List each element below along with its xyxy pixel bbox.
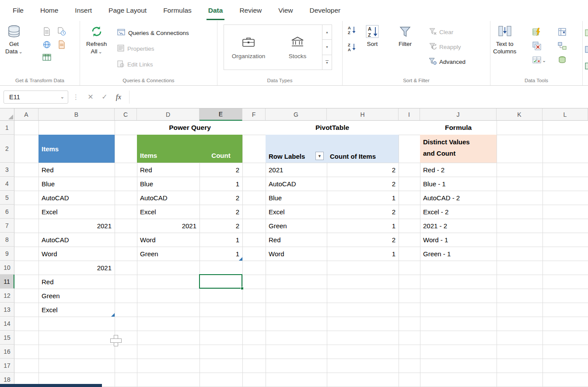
- cell-J2[interactable]: Distinct Values and Count: [420, 135, 497, 163]
- cell-D8[interactable]: Word: [137, 233, 200, 247]
- cell-H5[interactable]: 1: [327, 191, 399, 205]
- cell-E5[interactable]: 2: [200, 191, 242, 205]
- gallery-scroll-down-button[interactable]: ▼: [322, 40, 332, 55]
- row-labels-filter-dropdown[interactable]: ▼: [315, 152, 324, 160]
- row-header-7[interactable]: 7: [0, 219, 14, 233]
- tab-data[interactable]: Data: [200, 0, 231, 21]
- select-all-corner[interactable]: [0, 108, 14, 121]
- cell-E2[interactable]: Count: [200, 135, 242, 163]
- text-to-columns-button[interactable]: Text to Columns: [493, 23, 516, 55]
- column-header-K[interactable]: K: [497, 108, 542, 121]
- cell-B8[interactable]: AutoCAD: [38, 233, 115, 247]
- tab-review[interactable]: Review: [231, 0, 270, 21]
- cell-G8[interactable]: Red: [266, 233, 327, 247]
- filter-button[interactable]: Filter: [399, 23, 412, 48]
- cell-J8[interactable]: Word - 1: [420, 233, 497, 247]
- cell-D1[interactable]: Power Query: [137, 121, 243, 135]
- row-header-2[interactable]: 2: [0, 135, 14, 163]
- cell-B5[interactable]: AutoCAD: [38, 191, 115, 205]
- cell-E9[interactable]: 1: [200, 247, 242, 261]
- advanced-filter-button[interactable]: Advanced: [428, 56, 466, 67]
- data-validation-button[interactable]: ⌄: [532, 56, 552, 66]
- cell-B2[interactable]: Items: [38, 135, 115, 163]
- row-header-8[interactable]: 8: [0, 233, 14, 247]
- cell-B13[interactable]: Excel: [38, 303, 115, 317]
- flash-fill-button[interactable]: [532, 28, 552, 38]
- column-header-F[interactable]: F: [242, 108, 266, 121]
- cell-H7[interactable]: 1: [327, 219, 399, 233]
- cell-G2[interactable]: Row Labels▼: [266, 135, 327, 163]
- row-header-13[interactable]: 13: [0, 303, 14, 317]
- cell-G7[interactable]: Green: [266, 219, 327, 233]
- cell-G6[interactable]: Excel: [266, 205, 327, 219]
- cell-H9[interactable]: 1: [327, 247, 399, 261]
- cell-B4[interactable]: Blue: [38, 177, 115, 191]
- cell-H3[interactable]: 2: [327, 163, 399, 177]
- fill-handle[interactable]: [241, 287, 244, 290]
- column-header-A[interactable]: A: [14, 108, 38, 121]
- cell-D7[interactable]: 2021: [137, 219, 200, 233]
- column-header-J[interactable]: J: [420, 108, 497, 121]
- cell-B3[interactable]: Red: [38, 163, 115, 177]
- edit-links-button[interactable]: Edit Links: [117, 58, 189, 71]
- cell-D9[interactable]: Green: [137, 247, 200, 261]
- row-header-5[interactable]: 5: [0, 191, 14, 205]
- cell-G3[interactable]: 2021: [266, 163, 327, 177]
- cell-E6[interactable]: 2: [200, 205, 242, 219]
- queries-connections-button[interactable]: Queries & Connections: [117, 26, 189, 39]
- remove-duplicates-button[interactable]: [532, 42, 552, 52]
- tab-file[interactable]: File: [4, 0, 32, 21]
- sort-ascending-button[interactable]: AZ: [347, 25, 357, 36]
- tab-insert[interactable]: Insert: [66, 0, 100, 21]
- cell-D5[interactable]: AutoCAD: [137, 191, 200, 205]
- from-text-csv-button[interactable]: [39, 25, 54, 38]
- tab-page-layout[interactable]: Page Layout: [100, 0, 155, 21]
- properties-button[interactable]: Properties: [117, 42, 189, 55]
- clear-filter-button[interactable]: Clear: [428, 26, 466, 38]
- cell-J5[interactable]: AutoCAD - 2: [420, 191, 497, 205]
- cell-H2[interactable]: Count of Items: [327, 135, 399, 163]
- column-header-B[interactable]: B: [38, 108, 115, 121]
- insert-function-button[interactable]: fx: [112, 91, 126, 104]
- cell-H8[interactable]: 2: [327, 233, 399, 247]
- cell-J9[interactable]: Green - 1: [420, 247, 497, 261]
- sort-button[interactable]: AZ Sort: [365, 23, 379, 48]
- row-header-17[interactable]: 17: [0, 359, 14, 373]
- row-header-14[interactable]: 14: [0, 317, 14, 331]
- cell-E3[interactable]: 2: [200, 163, 242, 177]
- gallery-more-button[interactable]: ▼: [322, 55, 332, 70]
- cell-J7[interactable]: 2021 - 2: [420, 219, 497, 233]
- from-web-button[interactable]: [39, 38, 54, 52]
- cell-J4[interactable]: Blue - 1: [420, 177, 497, 191]
- tab-home[interactable]: Home: [32, 0, 66, 21]
- consolidate-button[interactable]: [558, 28, 571, 38]
- column-header-G[interactable]: G: [266, 108, 327, 121]
- row-header-4[interactable]: 4: [0, 177, 14, 191]
- cell-B7[interactable]: 2021: [38, 219, 115, 233]
- cell-G5[interactable]: Blue: [266, 191, 327, 205]
- cell-J3[interactable]: Red - 2: [420, 163, 497, 177]
- cell-E4[interactable]: 1: [200, 177, 242, 191]
- column-header-C[interactable]: C: [115, 108, 137, 121]
- cell-B9[interactable]: Word: [38, 247, 115, 261]
- cell-G4[interactable]: AutoCAD: [266, 177, 327, 191]
- row-header-6[interactable]: 6: [0, 205, 14, 219]
- cell-G1[interactable]: PivotTable: [266, 121, 399, 135]
- row-header-1[interactable]: 1: [0, 121, 14, 135]
- existing-connections-button[interactable]: [54, 38, 69, 52]
- cell-D6[interactable]: Excel: [137, 205, 200, 219]
- cell-B6[interactable]: Excel: [38, 205, 115, 219]
- cell-B12[interactable]: Green: [38, 289, 115, 303]
- gallery-scroll-up-button[interactable]: ▲: [322, 25, 332, 40]
- column-header-L[interactable]: L: [542, 108, 588, 121]
- name-box[interactable]: E11 ⌄: [4, 91, 68, 104]
- row-header-11[interactable]: 11: [0, 275, 14, 289]
- cell-B10[interactable]: 2021: [38, 261, 115, 275]
- data-type-organization[interactable]: Organization: [224, 25, 273, 70]
- reapply-filter-button[interactable]: Reapply: [428, 41, 466, 52]
- get-data-button[interactable]: Get Data⌄: [5, 23, 23, 56]
- cell-B11[interactable]: Red: [38, 275, 115, 289]
- sort-descending-button[interactable]: ZA: [347, 42, 357, 53]
- column-header-H[interactable]: H: [327, 108, 399, 121]
- cell-D3[interactable]: Red: [137, 163, 200, 177]
